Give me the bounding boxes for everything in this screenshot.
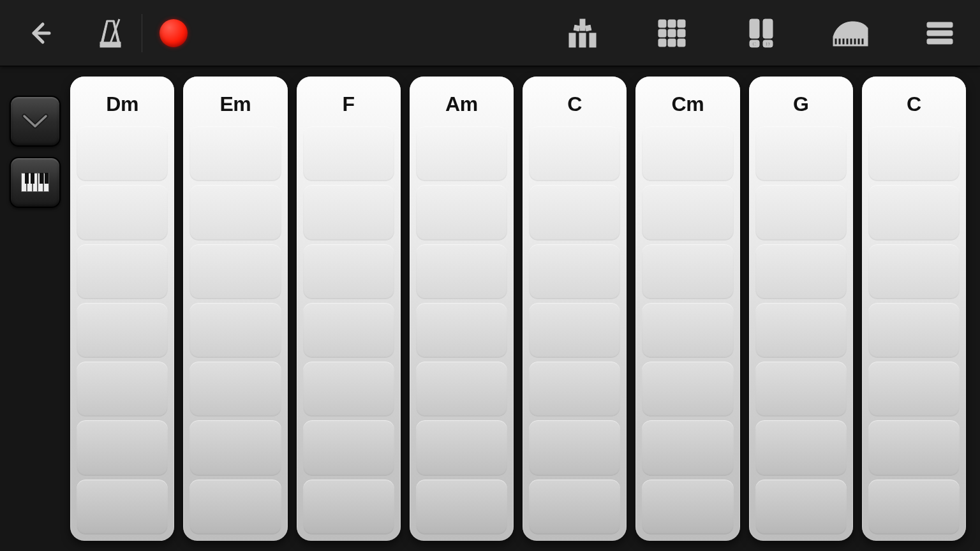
chord-segment[interactable] xyxy=(529,244,620,299)
chord-strip[interactable]: C xyxy=(523,77,627,541)
chord-segment[interactable] xyxy=(303,185,394,240)
chord-segment[interactable] xyxy=(755,185,847,240)
chord-segment[interactable] xyxy=(303,126,394,181)
chord-segment[interactable] xyxy=(868,244,960,299)
pad-grid-button[interactable] xyxy=(650,11,694,55)
chord-segments xyxy=(755,126,847,534)
chord-segment[interactable] xyxy=(416,185,507,240)
chord-segment[interactable] xyxy=(529,420,620,475)
arpeggiator-button[interactable] xyxy=(560,11,605,55)
chord-segment[interactable] xyxy=(755,420,847,475)
svg-rect-3 xyxy=(580,19,585,31)
chord-segment[interactable] xyxy=(642,244,733,299)
chord-segment[interactable] xyxy=(189,185,281,240)
svg-rect-30 xyxy=(854,38,856,45)
chord-segment[interactable] xyxy=(416,126,507,181)
metronome-button[interactable] xyxy=(88,11,133,55)
chord-segment[interactable] xyxy=(868,480,960,534)
collapse-button[interactable] xyxy=(10,96,61,147)
chord-segment[interactable] xyxy=(77,362,168,416)
chord-segment[interactable] xyxy=(416,303,507,358)
svg-rect-13 xyxy=(668,29,676,37)
chord-segment[interactable] xyxy=(416,362,507,416)
svg-rect-26 xyxy=(838,38,841,45)
chord-strip[interactable]: C xyxy=(862,77,966,541)
chord-segment[interactable] xyxy=(189,126,281,181)
chord-segment[interactable] xyxy=(868,362,960,416)
chord-segments xyxy=(529,126,620,534)
record-button[interactable] xyxy=(151,11,196,55)
chord-segment[interactable] xyxy=(189,362,281,416)
menu-button[interactable] xyxy=(917,11,962,55)
chord-segment[interactable] xyxy=(189,303,281,358)
chord-segment[interactable] xyxy=(303,244,394,299)
chord-segment[interactable] xyxy=(755,480,847,534)
svg-rect-7 xyxy=(579,33,586,47)
keyboard-instrument-button[interactable] xyxy=(828,11,873,55)
svg-rect-16 xyxy=(668,39,676,47)
chord-segment[interactable] xyxy=(868,185,960,240)
chord-segments xyxy=(416,126,507,534)
chord-segment[interactable] xyxy=(529,185,620,240)
menu-icon xyxy=(926,21,954,45)
chord-strip[interactable]: Dm xyxy=(70,77,174,541)
chord-segment[interactable] xyxy=(529,362,620,416)
back-button[interactable] xyxy=(18,11,63,55)
chord-segment[interactable] xyxy=(529,303,620,358)
chord-segments xyxy=(303,126,394,534)
chord-segment[interactable] xyxy=(77,420,168,475)
top-toolbar: C D xyxy=(0,0,980,66)
svg-rect-17 xyxy=(678,39,685,47)
chord-segment[interactable] xyxy=(529,480,620,534)
chord-strip[interactable]: F xyxy=(297,77,401,541)
chord-strip[interactable]: G xyxy=(749,77,853,541)
svg-rect-15 xyxy=(658,39,666,47)
chord-segment[interactable] xyxy=(642,185,733,240)
chord-label: Cm xyxy=(642,82,733,126)
chord-segment[interactable] xyxy=(189,244,281,299)
svg-rect-25 xyxy=(835,38,837,45)
chord-segment[interactable] xyxy=(189,480,281,534)
chord-label: F xyxy=(303,82,394,126)
chord-segment[interactable] xyxy=(189,420,281,475)
app-root: C D xyxy=(0,0,980,551)
chord-segment[interactable] xyxy=(77,480,168,534)
chord-segment[interactable] xyxy=(77,126,168,181)
record-icon xyxy=(160,19,188,47)
chord-segment[interactable] xyxy=(77,244,168,299)
keyboard-mode-button[interactable] xyxy=(10,157,61,208)
svg-rect-32 xyxy=(861,38,864,45)
svg-rect-8 xyxy=(590,33,596,47)
chord-segment[interactable] xyxy=(642,303,733,358)
chord-segment[interactable] xyxy=(303,362,394,416)
chord-segment[interactable] xyxy=(416,420,507,475)
chord-segment[interactable] xyxy=(529,126,620,181)
chevron-down-icon xyxy=(22,112,48,130)
chord-segment[interactable] xyxy=(755,303,847,358)
chord-strip[interactable]: Am xyxy=(410,77,514,541)
chord-segment[interactable] xyxy=(642,480,733,534)
chord-segment[interactable] xyxy=(755,362,847,416)
chord-segment[interactable] xyxy=(868,126,960,181)
chord-pads-button[interactable]: C D xyxy=(739,11,783,55)
chord-segment[interactable] xyxy=(642,362,733,416)
chord-segment[interactable] xyxy=(755,126,847,181)
chord-segment[interactable] xyxy=(77,303,168,358)
svg-rect-31 xyxy=(858,38,860,45)
chord-segment[interactable] xyxy=(416,244,507,299)
chord-segment[interactable] xyxy=(416,480,507,534)
chord-segment[interactable] xyxy=(642,126,733,181)
chord-segment[interactable] xyxy=(868,420,960,475)
chord-segment[interactable] xyxy=(77,185,168,240)
chord-segment[interactable] xyxy=(642,420,733,475)
piano-icon xyxy=(832,18,869,48)
chord-segment[interactable] xyxy=(303,303,394,358)
chord-strip[interactable]: Em xyxy=(183,77,287,541)
chord-segments xyxy=(868,126,960,534)
chord-segment[interactable] xyxy=(755,244,847,299)
chord-segment[interactable] xyxy=(303,480,394,534)
svg-rect-11 xyxy=(678,20,685,27)
chord-strip[interactable]: Cm xyxy=(635,77,739,541)
chord-segment[interactable] xyxy=(303,420,394,475)
chord-segment[interactable] xyxy=(868,303,960,358)
